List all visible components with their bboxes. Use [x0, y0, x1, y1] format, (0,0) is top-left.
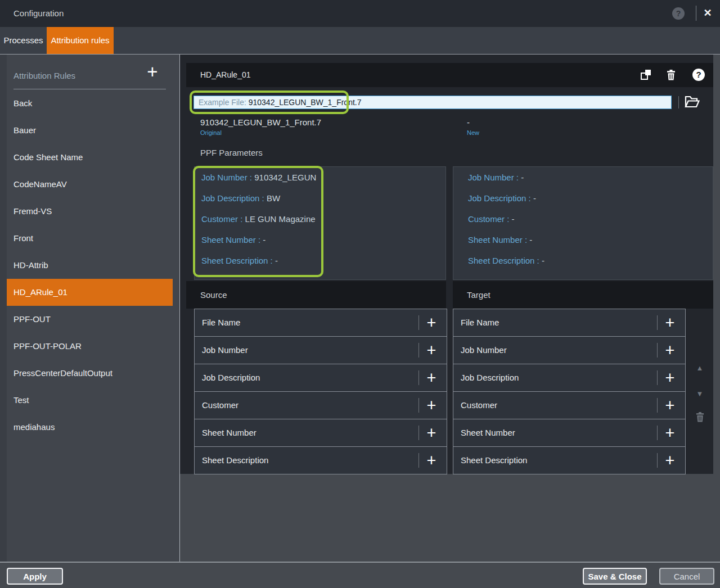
add-target-customer-button[interactable]: +	[660, 394, 680, 417]
add-source-job-number-button[interactable]: +	[422, 339, 441, 361]
tab-processes[interactable]: Processes	[0, 27, 47, 54]
source-row-customer: Customer+	[195, 392, 447, 419]
ppf-parameter-separator: :	[238, 214, 245, 224]
mapping-row-label: Customer	[202, 392, 238, 419]
ppf-parameter-separator: :	[248, 173, 255, 182]
add-target-sheet-description-button[interactable]: +	[660, 449, 680, 472]
rule-list: BackBauerCode Sheet NameCodeNameAVFremd-…	[0, 90, 179, 441]
rule-help-icon[interactable]: ?	[692, 69, 705, 81]
sidebar-item-code-sheet-name[interactable]: Code Sheet Name	[7, 144, 173, 171]
mapping-row-label: Job Number	[202, 337, 248, 364]
ppf-parameter-customer: Customer : -	[453, 209, 713, 229]
example-file-prefix: Example File:	[199, 98, 249, 107]
new-file-block: - New	[467, 117, 479, 136]
ppf-parameter-separator: :	[505, 214, 512, 224]
duplicate-rule-icon[interactable]	[641, 70, 651, 80]
ppf-parameter-separator: :	[268, 256, 275, 265]
target-rows: File Name+Job Number+Job Description+Cus…	[453, 309, 686, 474]
ppf-parameter-value: -	[512, 214, 515, 224]
ppf-parameter-job-description: Job Description : BW	[195, 188, 446, 209]
row-divider	[418, 370, 419, 385]
ppf-parameter-separator: :	[259, 193, 267, 203]
row-divider	[418, 343, 419, 358]
mapping-row-label: Sheet Description	[461, 447, 527, 474]
dialog-title: Configuration	[14, 0, 64, 27]
dialog-title-bar: Configuration ? ✕	[0, 0, 720, 27]
row-divider	[657, 398, 658, 413]
ppf-parameter-label: Job Number	[468, 173, 514, 182]
add-rule-button[interactable]: +	[144, 62, 161, 82]
row-divider	[418, 453, 419, 468]
source-rows: File Name+Job Number+Job Description+Cus…	[194, 309, 447, 474]
add-source-job-description-button[interactable]: +	[422, 367, 441, 389]
sidebar-item-hd-attrib[interactable]: HD-Attrib	[7, 252, 173, 279]
sidebar-item-back[interactable]: Back	[7, 90, 173, 117]
add-source-sheet-number-button[interactable]: +	[422, 422, 441, 444]
target-row-job-number: Job Number+	[453, 337, 685, 364]
sidebar-item-front[interactable]: Front	[7, 225, 173, 252]
row-divider	[657, 343, 658, 358]
new-file-value: -	[467, 117, 479, 127]
ppf-parameter-sheet-description: Sheet Description : -	[453, 250, 713, 271]
example-file-value: 910342_LEGUN_BW_1_Front.7	[249, 98, 362, 107]
move-down-button[interactable]: ▼	[693, 387, 706, 401]
save-close-button[interactable]: Save & Close	[583, 568, 647, 585]
original-file-block: 910342_LEGUN_BW_1_Front.7 Original	[200, 117, 321, 136]
ppf-parameter-value: 910342_LEGUN	[254, 173, 316, 182]
footer-bar: Apply Save & Close Cancel	[0, 562, 720, 588]
delete-mapping-button[interactable]	[693, 412, 706, 426]
sidebar-item-bauer[interactable]: Bauer	[7, 117, 173, 144]
add-source-sheet-description-button[interactable]: +	[422, 449, 441, 472]
ppf-parameter-value: -	[529, 235, 532, 245]
folder-open-icon	[685, 96, 700, 108]
sidebar: Attribution Rules + BackBauerCode Sheet …	[0, 55, 179, 562]
sidebar-item-codenameav[interactable]: CodeNameAV	[7, 171, 173, 198]
ppf-parameter-label: Sheet Description	[201, 256, 268, 265]
close-icon[interactable]: ✕	[701, 6, 714, 20]
sidebar-header: Attribution Rules	[14, 71, 75, 80]
ppf-parameter-job-number: Job Number : 910342_LEGUN	[195, 167, 446, 188]
tab-attribution-rules[interactable]: Attribution rules	[47, 27, 114, 54]
apply-button[interactable]: Apply	[7, 568, 63, 585]
add-target-sheet-number-button[interactable]: +	[660, 422, 680, 444]
trash-icon	[667, 70, 676, 80]
add-target-job-description-button[interactable]: +	[660, 367, 680, 389]
target-header-bar: Target	[453, 281, 713, 309]
add-target-job-number-button[interactable]: +	[660, 339, 680, 361]
ppf-parameter-label: Job Number	[201, 173, 248, 182]
help-icon[interactable]: ?	[672, 7, 685, 20]
ppf-parameter-separator: :	[256, 235, 263, 245]
example-file-input[interactable]: Example File: 910342_LEGUN_BW_1_Front.7	[194, 96, 672, 109]
tab-bar: Processes Attribution rules	[0, 27, 720, 55]
mapping-row-label: Sheet Description	[202, 447, 268, 474]
cancel-button[interactable]: Cancel	[659, 568, 714, 585]
move-up-button[interactable]: ▲	[693, 361, 706, 375]
delete-rule-icon[interactable]	[667, 70, 676, 80]
ppf-parameter-separator: :	[534, 256, 542, 265]
sidebar-item-test[interactable]: Test	[7, 387, 173, 414]
add-source-file-name-button[interactable]: +	[422, 311, 441, 334]
rule-name: HD_ARule_01	[200, 63, 251, 87]
sidebar-item-presscenterdefaultoutput[interactable]: PressCenterDefaultOutput	[7, 360, 173, 387]
ppf-parameter-value: LE GUN Magazine	[245, 214, 316, 224]
mapping-row-label: Customer	[461, 392, 497, 419]
mapping-row-label: Job Number	[461, 337, 507, 364]
sidebar-item-hd-arule-01[interactable]: HD_ARule_01	[7, 279, 173, 306]
ppf-parameter-sheet-number: Sheet Number : -	[453, 229, 713, 250]
new-file-label: New	[467, 129, 479, 136]
add-target-file-name-button[interactable]: +	[660, 311, 680, 334]
sidebar-item-ppf-out[interactable]: PPF-OUT	[7, 306, 173, 333]
ppf-parameter-value: BW	[267, 193, 280, 203]
sidebar-item-ppf-out-polar[interactable]: PPF-OUT-POLAR	[7, 333, 173, 360]
add-source-customer-button[interactable]: +	[422, 394, 441, 417]
ppf-parameter-value: -	[263, 235, 266, 245]
row-divider	[418, 426, 419, 440]
ppf-parameter-job-number: Job Number : -	[453, 167, 713, 188]
trash-icon	[696, 412, 704, 422]
browse-file-button[interactable]	[684, 96, 700, 108]
row-divider	[657, 426, 658, 440]
sidebar-item-fremd-vs[interactable]: Fremd-VS	[7, 198, 173, 225]
sidebar-item-mediahaus[interactable]: mediahaus	[7, 414, 173, 441]
row-divider	[418, 398, 419, 413]
row-divider	[657, 453, 658, 468]
